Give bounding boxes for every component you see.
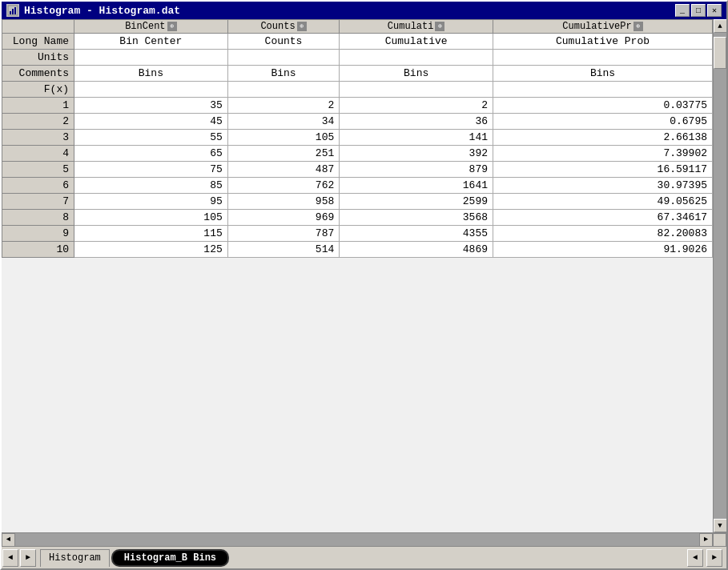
table-cell[interactable]: 487 <box>227 162 340 178</box>
meta-label-f-x-: F(x) <box>2 82 74 98</box>
table-cell[interactable]: 2 <box>340 98 493 114</box>
row-number: 8 <box>2 210 74 226</box>
table-cell[interactable]: 3568 <box>340 210 493 226</box>
table-cell[interactable]: 4355 <box>340 226 493 242</box>
h-scroll-track[interactable] <box>15 533 699 546</box>
table-cell[interactable]: 35 <box>74 98 228 114</box>
table-cell[interactable]: 30.97395 <box>493 178 713 194</box>
meta-cell <box>74 82 228 98</box>
meta-label-long-name: Long Name <box>2 34 74 50</box>
meta-cell <box>493 82 713 98</box>
table-cell[interactable]: 787 <box>227 226 340 242</box>
counts-lock-icon: ⊕ <box>297 22 307 31</box>
table-cell[interactable]: 105 <box>227 130 340 146</box>
table-cell[interactable]: 141 <box>340 130 493 146</box>
table-cell[interactable]: 251 <box>227 146 340 162</box>
scroll-track[interactable] <box>714 33 726 519</box>
table-cell[interactable]: 762 <box>227 178 340 194</box>
table-cell[interactable]: 82.20083 <box>493 226 713 242</box>
meta-cell: Bins <box>493 66 713 82</box>
cumulativeprob-lock-icon: ⊕ <box>633 22 643 31</box>
row-number: 1 <box>2 98 74 114</box>
table-cell[interactable]: 67.34617 <box>493 210 713 226</box>
scroll-up-button[interactable]: ▲ <box>714 19 727 33</box>
row-number: 6 <box>2 178 74 194</box>
meta-cell <box>340 82 493 98</box>
row-number: 9 <box>2 226 74 242</box>
close-button[interactable]: ✕ <box>707 4 722 17</box>
table-cell[interactable]: 55 <box>74 130 228 146</box>
svg-rect-3 <box>14 7 16 14</box>
scroll-thumb[interactable] <box>714 37 726 69</box>
corner-header <box>2 20 74 34</box>
nav-prev-button[interactable]: ◄ <box>2 549 18 567</box>
col-header-cumulativeprob[interactable]: CumulativePr⊕ <box>493 20 713 34</box>
scroll-left-button[interactable]: ◄ <box>2 533 15 547</box>
table-cell[interactable]: 2599 <box>340 194 493 210</box>
table-container[interactable]: BinCent⊕ Counts⊕ Cumulati⊕ CumulativePr⊕ <box>2 19 713 532</box>
table-cell[interactable]: 392 <box>340 146 493 162</box>
table-cell[interactable]: 85 <box>74 178 228 194</box>
row-number: 2 <box>2 114 74 130</box>
table-cell[interactable]: 125 <box>74 242 228 258</box>
tab-area: Histogram Histogram_B Bins <box>37 549 686 567</box>
table-cell[interactable]: 45 <box>74 114 228 130</box>
bottom-bar: ◄ ► Histogram Histogram_B Bins ◄ ► <box>2 546 726 568</box>
svg-rect-2 <box>12 9 14 14</box>
meta-label-comments: Comments <box>2 66 74 82</box>
table-cell[interactable]: 958 <box>227 194 340 210</box>
title-bar: Histogram - Histogram.dat _ □ ✕ <box>2 2 726 19</box>
table-cell[interactable]: 879 <box>340 162 493 178</box>
tab-histogram[interactable]: Histogram <box>40 549 110 567</box>
nav-left-button[interactable]: ◄ <box>687 549 703 567</box>
scroll-down-button[interactable]: ▼ <box>714 519 727 532</box>
table-cell[interactable]: 95 <box>74 194 228 210</box>
table-cell[interactable]: 969 <box>227 210 340 226</box>
main-window: Histogram - Histogram.dat _ □ ✕ BinCent⊕ <box>0 0 728 570</box>
table-cell[interactable]: 75 <box>74 162 228 178</box>
table-cell[interactable]: 34 <box>227 114 340 130</box>
col-header-counts[interactable]: Counts⊕ <box>227 20 340 34</box>
table-cell[interactable]: 2.66138 <box>493 130 713 146</box>
meta-cell: Cumulative <box>340 34 493 50</box>
meta-cell: Cumulative Prob <box>493 34 713 50</box>
content-area: BinCent⊕ Counts⊕ Cumulati⊕ CumulativePr⊕ <box>2 19 726 568</box>
meta-cell <box>340 50 493 66</box>
table-cell[interactable]: 0.6795 <box>493 114 713 130</box>
svg-rect-1 <box>10 11 11 14</box>
table-cell[interactable]: 105 <box>74 210 228 226</box>
tab-histogram-b-bins[interactable]: Histogram_B Bins <box>111 549 229 567</box>
table-cell[interactable]: 65 <box>74 146 228 162</box>
col-header-bincenter[interactable]: BinCent⊕ <box>74 20 228 34</box>
nav-right-button[interactable]: ► <box>706 549 722 567</box>
table-cell[interactable]: 514 <box>227 242 340 258</box>
table-cell[interactable]: 7.39902 <box>493 146 713 162</box>
col-header-cumulative[interactable]: Cumulati⊕ <box>340 20 493 34</box>
table-cell[interactable]: 4869 <box>340 242 493 258</box>
table-cell[interactable]: 16.59117 <box>493 162 713 178</box>
meta-label-units: Units <box>2 50 74 66</box>
table-cell[interactable]: 115 <box>74 226 228 242</box>
row-number: 3 <box>2 130 74 146</box>
table-cell[interactable]: 2 <box>227 98 340 114</box>
table-cell[interactable]: 91.9026 <box>493 242 713 258</box>
cumulative-lock-icon: ⊕ <box>435 22 444 31</box>
meta-cell <box>227 50 340 66</box>
vertical-scrollbar[interactable]: ▲ ▼ <box>713 19 726 532</box>
scroll-right-button[interactable]: ► <box>699 533 713 547</box>
nav-next-button[interactable]: ► <box>20 549 36 567</box>
row-number: 7 <box>2 194 74 210</box>
table-cell[interactable]: 1641 <box>340 178 493 194</box>
window-controls: _ □ ✕ <box>675 4 722 17</box>
meta-cell <box>74 50 228 66</box>
meta-cell: Bins <box>74 66 228 82</box>
meta-cell: Bins <box>227 66 340 82</box>
app-icon <box>6 4 19 17</box>
maximize-button[interactable]: □ <box>691 4 706 17</box>
table-cell[interactable]: 36 <box>340 114 493 130</box>
minimize-button[interactable]: _ <box>675 4 690 17</box>
table-cell[interactable]: 49.05625 <box>493 194 713 210</box>
row-number: 5 <box>2 162 74 178</box>
table-cell[interactable]: 0.03775 <box>493 98 713 114</box>
row-number: 10 <box>2 242 74 258</box>
